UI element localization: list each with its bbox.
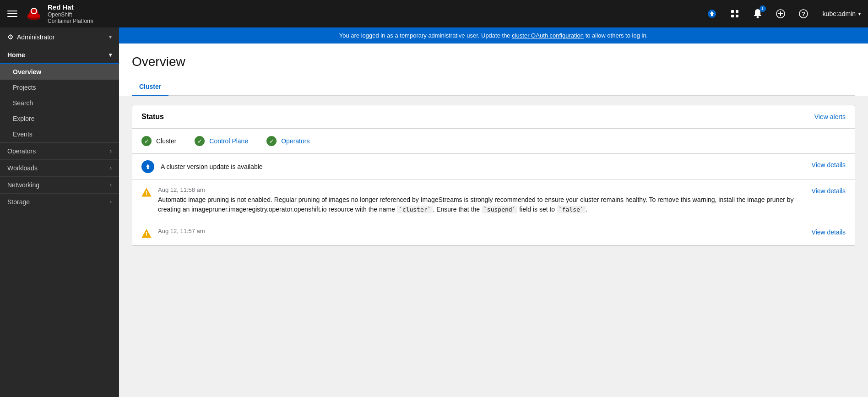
svg-rect-7	[711, 14, 713, 16]
warning-icon-2: !	[141, 228, 152, 239]
operators-link[interactable]: Operators	[281, 137, 309, 145]
warning-view-details-link-2[interactable]: View details	[812, 228, 846, 236]
sidebar-item-events[interactable]: Events	[0, 126, 119, 142]
context-chevron-icon: ▾	[109, 34, 112, 40]
grid-icon[interactable]	[727, 6, 742, 21]
warning-text-1: Automatic image pruning is not enabled. …	[158, 195, 805, 214]
sidebar-item-search[interactable]: Search	[0, 95, 119, 111]
page-header: Overview Cluster	[119, 44, 868, 96]
nav-group-home-label[interactable]: Home ▾	[0, 47, 119, 64]
topnav-icons: 1 ? kube:admin ▾	[705, 6, 861, 21]
alert-text-after: to allow others to log in.	[584, 32, 648, 39]
status-item-controlplane: ✓ Control Plane	[195, 136, 248, 146]
bell-icon[interactable]: 1	[750, 6, 765, 21]
user-menu[interactable]: kube:admin ▾	[823, 10, 861, 17]
bell-badge: 1	[760, 5, 766, 12]
main-content: You are logged in as a temporary adminis…	[119, 27, 868, 397]
user-menu-chevron-icon: ▾	[858, 11, 861, 16]
nav-group-networking[interactable]: Networking ›	[0, 176, 119, 193]
username-label: kube:admin	[823, 10, 856, 17]
help-icon[interactable]: ?	[796, 6, 811, 21]
context-switcher[interactable]: ⚙ Administrator ▾	[0, 27, 119, 47]
svg-point-12	[756, 16, 759, 18]
warning-view-details-link-1[interactable]: View details	[812, 186, 846, 195]
cluster-check-icon: ✓	[141, 136, 152, 146]
cluster-status-label: Cluster	[156, 137, 176, 145]
hamburger-menu[interactable]	[7, 11, 17, 17]
warning-icon-1: !	[141, 187, 152, 197]
svg-text:!: !	[146, 231, 147, 238]
status-card-header: Status View alerts	[132, 105, 855, 129]
svg-text:!: !	[146, 190, 147, 196]
warning-timestamp-1: Aug 12, 11:58 am	[158, 186, 805, 193]
update-available-icon	[141, 160, 154, 173]
svg-rect-19	[147, 167, 149, 169]
svg-point-4	[32, 9, 36, 13]
tabs-bar: Cluster	[132, 78, 855, 96]
control-plane-link[interactable]: Control Plane	[209, 137, 248, 145]
page-content: Status View alerts ✓ Cluster ✓ Control P…	[119, 96, 868, 397]
alert-text-before: You are logged in as a temporary adminis…	[339, 32, 512, 39]
nav-group-operators[interactable]: Operators ›	[0, 142, 119, 159]
operators-check-icon: ✓	[266, 136, 277, 146]
update-icon[interactable]	[705, 6, 719, 21]
tab-cluster[interactable]: Cluster	[132, 78, 168, 96]
workloads-chevron-icon: ›	[110, 165, 112, 171]
page-title: Overview	[132, 54, 855, 69]
sidebar-item-explore[interactable]: Explore	[0, 111, 119, 126]
networking-chevron-icon: ›	[110, 182, 112, 188]
view-alerts-link[interactable]: View alerts	[814, 113, 846, 120]
plus-icon[interactable]	[773, 6, 788, 21]
svg-rect-9	[736, 10, 738, 13]
brand-logo: Red Hat OpenShift Container Platform	[25, 3, 93, 25]
update-notice-row: A cluster version update is available Vi…	[132, 154, 855, 180]
update-notice-text: A cluster version update is available	[161, 163, 805, 170]
status-card: Status View alerts ✓ Cluster ✓ Control P…	[132, 105, 855, 246]
top-navigation: Red Hat OpenShift Container Platform	[0, 0, 868, 27]
status-item-cluster: ✓ Cluster	[141, 136, 176, 146]
oauth-config-link[interactable]: cluster OAuth configuration	[512, 32, 584, 39]
storage-chevron-icon: ›	[110, 199, 112, 205]
warning-row-1: ! Aug 12, 11:58 am Automatic image pruni…	[132, 180, 855, 221]
update-view-details-link[interactable]: View details	[812, 160, 846, 169]
svg-rect-8	[731, 10, 734, 13]
warning-timestamp-2: Aug 12, 11:57 am	[158, 228, 805, 234]
brand-line1: OpenShift	[48, 11, 93, 18]
sidebar-item-projects[interactable]: Projects	[0, 80, 119, 95]
warning-content-1: Aug 12, 11:58 am Automatic image pruning…	[158, 186, 805, 214]
sidebar: ⚙ Administrator ▾ Home ▾ Overview Projec…	[0, 27, 119, 397]
brand-line2: Container Platform	[48, 18, 93, 24]
nav-group-storage[interactable]: Storage ›	[0, 193, 119, 210]
svg-rect-11	[736, 15, 738, 17]
alert-banner: You are logged in as a temporary adminis…	[119, 27, 868, 44]
sidebar-item-overview[interactable]: Overview	[0, 64, 119, 80]
warning-row-2: ! Aug 12, 11:57 am View details	[132, 221, 855, 245]
brand-name: Red Hat	[48, 3, 93, 11]
nav-group-workloads[interactable]: Workloads ›	[0, 159, 119, 176]
context-label: Administrator	[17, 33, 54, 41]
status-title: Status	[141, 113, 164, 121]
svg-marker-18	[146, 164, 150, 167]
redhat-logo-icon	[25, 5, 43, 23]
warning-content-2: Aug 12, 11:57 am	[158, 228, 805, 236]
status-items-row: ✓ Cluster ✓ Control Plane ✓ Operators	[132, 129, 855, 154]
svg-rect-10	[731, 15, 734, 17]
operators-chevron-icon: ›	[110, 148, 112, 154]
controlplane-check-icon: ✓	[195, 136, 205, 146]
home-group-chevron-icon: ▾	[109, 52, 112, 58]
status-item-operators: ✓ Operators	[266, 136, 309, 146]
home-group-text: Home	[7, 51, 25, 59]
nav-group-home: Home ▾ Overview Projects Search Explore …	[0, 47, 119, 142]
gear-icon: ⚙	[7, 33, 13, 41]
svg-text:?: ?	[802, 11, 805, 17]
